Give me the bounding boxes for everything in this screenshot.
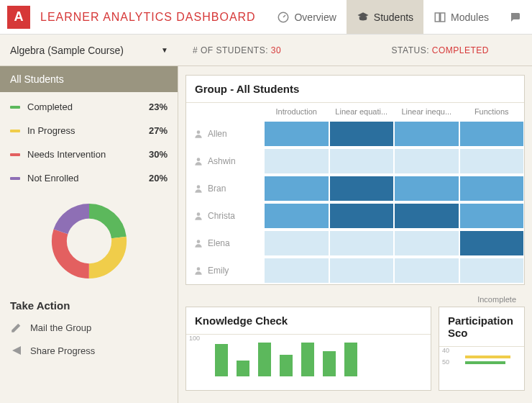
course-status: STATUS: COMPLETED <box>377 45 503 55</box>
nav-students[interactable]: Students <box>347 0 423 34</box>
heatmap-cell[interactable] <box>330 176 394 201</box>
heatmap-cell[interactable] <box>395 176 459 201</box>
nav-label: Overview <box>294 12 336 23</box>
sidebar: All Students Completed23%In Progress27%N… <box>0 66 178 403</box>
legend-swatch <box>10 130 20 132</box>
heatmap-cell[interactable] <box>265 258 329 283</box>
student-name: Allen <box>186 129 264 139</box>
heatmap-cell[interactable] <box>265 149 329 173</box>
heatmap-cell[interactable] <box>330 258 394 283</box>
heatmap-cell[interactable] <box>460 149 524 173</box>
heatmap-row[interactable]: Allen <box>186 120 524 148</box>
heatmap-cell[interactable] <box>460 204 524 228</box>
heatmap-row[interactable]: Bran <box>186 175 524 202</box>
legend-pct: 20% <box>149 173 168 184</box>
status-value: COMPLETED <box>432 45 489 55</box>
subheader: Algebra (Sample Course) ▼ # OF STUDENTS:… <box>0 35 532 66</box>
heatmap-cell[interactable] <box>460 176 524 201</box>
bar <box>323 351 336 376</box>
top-nav: Overview Students Modules <box>267 0 532 34</box>
heatmap-col-label: Linear equati... <box>329 107 395 116</box>
course-name: Algebra (Sample Course) <box>10 45 124 56</box>
person-icon <box>193 266 203 276</box>
svg-point-8 <box>197 212 201 216</box>
student-name: Christa <box>186 211 264 221</box>
action-share-progress[interactable]: Share Progress <box>0 339 178 362</box>
svg-point-10 <box>197 267 201 271</box>
student-name: Emily <box>186 266 264 276</box>
person-icon <box>193 156 203 166</box>
person-icon <box>193 238 203 248</box>
action-label: Mail the Group <box>30 322 91 333</box>
heatmap-row[interactable]: Elena <box>186 230 524 257</box>
legend-row[interactable]: Not Enrolled20% <box>0 166 178 190</box>
knowledge-check-chart: 100 <box>186 335 431 378</box>
heatmap-cell[interactable] <box>395 149 459 173</box>
svg-point-5 <box>197 130 201 134</box>
heatmap-cell[interactable] <box>460 231 524 255</box>
bar <box>258 343 271 377</box>
bar <box>215 344 228 376</box>
nav-label: Students <box>374 12 413 23</box>
heatmap-cell[interactable] <box>330 149 394 173</box>
legend-row[interactable]: Completed23% <box>0 95 178 119</box>
nav-overview[interactable]: Overview <box>267 0 346 34</box>
heatmap-cell[interactable] <box>460 258 524 283</box>
heatmap-row[interactable]: Ashwin <box>186 148 524 175</box>
svg-point-6 <box>197 158 201 161</box>
header: A LEARNER ANALYTICS DASHBOARD Overview S… <box>0 0 532 35</box>
panel-title: Group - All Students <box>186 76 524 103</box>
heatmap-cell[interactable] <box>265 231 329 255</box>
nav-chat[interactable] <box>499 0 532 34</box>
bar <box>237 361 249 377</box>
legend-label: In Progress <box>27 125 75 136</box>
chat-icon <box>509 11 522 24</box>
legend-pct: 30% <box>149 149 168 160</box>
heatmap-col-label: Linear inequ... <box>394 107 459 116</box>
action-label: Share Progress <box>30 345 95 356</box>
student-count-value: 30 <box>271 45 281 55</box>
donut-chart <box>0 193 178 294</box>
heatmap-columns: IntroductionLinear equati...Linear inequ… <box>186 103 524 120</box>
legend-swatch <box>10 106 20 109</box>
heatmap-panel: Group - All Students IntroductionLinear … <box>185 75 525 285</box>
heatmap-col-label: Introduction <box>264 107 329 116</box>
heatmap-cell[interactable] <box>460 122 524 146</box>
legend-label: Not Enrolled <box>27 173 79 184</box>
participation-panel: Participation Sco 40 50 <box>439 307 525 391</box>
legend-label: Completed <box>27 101 73 112</box>
heatmap-cell[interactable] <box>265 122 329 146</box>
student-name: Bran <box>186 184 264 194</box>
heatmap-cell[interactable] <box>330 231 394 255</box>
heatmap-cell[interactable] <box>395 204 459 228</box>
bar <box>301 343 314 377</box>
heatmap-row[interactable]: Emily <box>186 257 524 284</box>
heatmap-cell[interactable] <box>330 122 394 146</box>
heatmap-cell[interactable] <box>265 176 329 201</box>
panel-title: Participation Sco <box>439 307 524 347</box>
action-mail-group[interactable]: Mail the Group <box>0 316 178 339</box>
nav-modules[interactable]: Modules <box>423 0 499 34</box>
course-select[interactable]: Algebra (Sample Course) ▼ <box>0 45 178 56</box>
graduate-icon <box>357 11 370 24</box>
gauge-icon <box>277 11 290 24</box>
legend-row[interactable]: In Progress27% <box>0 119 178 142</box>
heatmap-cell[interactable] <box>395 122 459 146</box>
nav-label: Modules <box>451 12 489 23</box>
sidebar-all-students[interactable]: All Students <box>0 66 178 92</box>
legend-label: Needs Intervention <box>27 149 106 160</box>
heatmap-cell[interactable] <box>330 204 394 228</box>
person-icon <box>193 129 203 139</box>
student-name: Ashwin <box>186 156 264 166</box>
person-icon <box>193 211 203 221</box>
student-count: # OF STUDENTS: 30 <box>178 45 295 55</box>
legend-row[interactable]: Needs Intervention30% <box>0 142 178 166</box>
pencil-icon <box>10 321 23 334</box>
share-icon <box>10 344 23 357</box>
heatmap-row[interactable]: Christa <box>186 202 524 230</box>
heatmap-cell[interactable] <box>395 258 459 283</box>
heatmap-cell[interactable] <box>395 231 459 255</box>
heatmap-body: AllenAshwinBranChristaElenaEmily <box>186 120 524 284</box>
student-name: Elena <box>186 238 264 248</box>
heatmap-cell[interactable] <box>265 204 329 228</box>
